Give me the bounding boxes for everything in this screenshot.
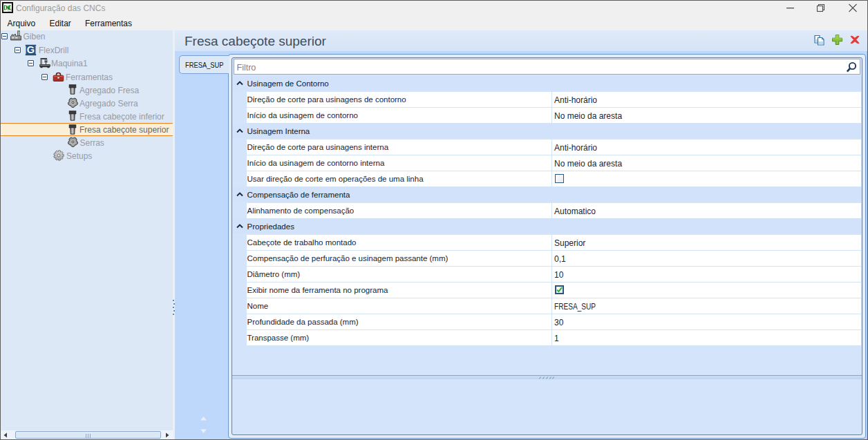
svg-text:G: G	[27, 44, 35, 55]
